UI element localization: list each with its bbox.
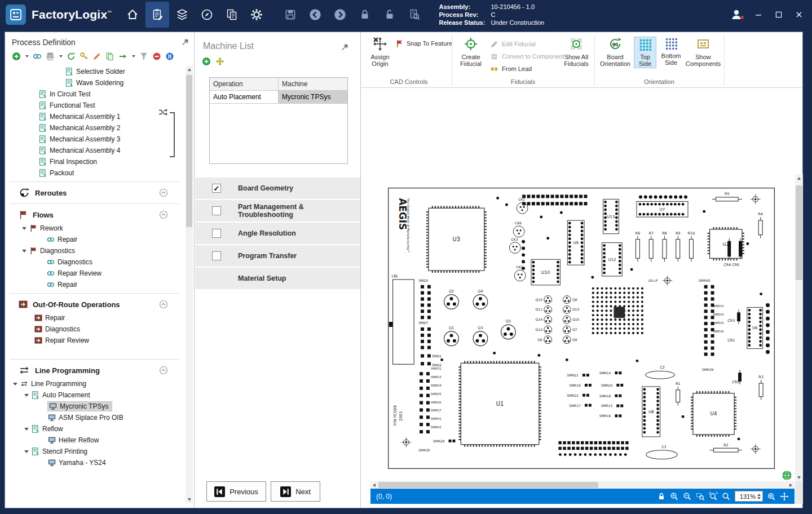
machine-options-icon[interactable] <box>215 57 224 66</box>
reports-button[interactable] <box>220 2 244 28</box>
board-orientation-button[interactable]: 90 Board Orientation <box>599 37 632 67</box>
step-row[interactable]: Board Geometry <box>195 178 360 199</box>
tree-item[interactable]: Packout <box>5 167 184 179</box>
shuffle-icon[interactable] <box>158 109 167 116</box>
suspend-icon[interactable] <box>165 52 174 61</box>
collapse-section-icon[interactable] <box>159 300 168 309</box>
scroll-left-button[interactable] <box>370 481 378 489</box>
line-programming-item[interactable]: ASM Siplace Pro OIB <box>5 412 184 423</box>
process-definition-button[interactable] <box>145 2 169 28</box>
zoom-spinner[interactable] <box>757 494 761 499</box>
line-programming-item[interactable]: Mycronic TPSys <box>5 401 184 412</box>
tree-item[interactable]: Mechanical Assembly 1 <box>5 111 184 122</box>
tree-item[interactable]: Mechanical Assembly 4 <box>5 145 184 156</box>
collapse-section-icon[interactable] <box>159 210 168 219</box>
zoom-window-icon[interactable] <box>696 492 705 501</box>
pin-icon[interactable] <box>182 38 189 46</box>
collapse-section-icon[interactable] <box>159 188 168 197</box>
user-logout-button[interactable] <box>730 7 747 23</box>
line-programming-item[interactable]: Line Programming <box>5 378 184 389</box>
section-reroutes[interactable]: Reroutes <box>5 185 184 201</box>
expander-icon[interactable] <box>24 394 29 397</box>
add-step-dropdown-icon[interactable] <box>25 55 29 57</box>
scroll-down-button[interactable] <box>795 473 803 481</box>
link-icon[interactable] <box>33 52 42 61</box>
flow-item[interactable]: Diagnostics <box>5 256 184 268</box>
line-programming-item[interactable]: Yamaha - YS24 <box>5 457 184 468</box>
tracking-button[interactable] <box>195 2 219 28</box>
scroll-up-button[interactable] <box>186 66 193 73</box>
audit-button[interactable] <box>403 2 426 28</box>
line-programming-item[interactable]: Heller Reflow <box>5 435 184 446</box>
edit-fiducial-button[interactable]: Edit Fiducial <box>488 38 567 50</box>
cad-vertical-scrollbar[interactable] <box>795 174 803 481</box>
show-all-fiducials-button[interactable]: Show All Fiducials <box>560 37 593 67</box>
add-machine-icon[interactable] <box>202 57 211 66</box>
scrollbar-thumb[interactable] <box>186 75 192 227</box>
home-button[interactable] <box>121 2 144 28</box>
expander-icon[interactable] <box>22 250 27 252</box>
checkbox[interactable] <box>212 184 221 193</box>
flow-item[interactable]: Repair <box>5 234 184 245</box>
tree-item[interactable]: Mechanical Assembly 2 <box>5 122 184 134</box>
checkbox[interactable] <box>212 206 221 215</box>
zoom-previous-icon[interactable] <box>722 492 731 501</box>
bottom-side-button[interactable]: Bottom Side <box>659 37 683 66</box>
forward-button[interactable] <box>328 2 352 28</box>
expander-icon[interactable] <box>24 450 29 453</box>
step-row[interactable]: Angle Resolution <box>195 223 360 244</box>
table-row[interactable]: Auto Placement Mycronic TPSys <box>210 91 347 104</box>
scroll-right-button[interactable] <box>787 481 795 489</box>
lock-button[interactable] <box>353 2 377 28</box>
move-dropdown-icon[interactable] <box>132 55 135 57</box>
tree-item[interactable]: Final Inspection <box>5 156 184 167</box>
collapse-section-icon[interactable] <box>159 366 168 375</box>
pin-icon[interactable] <box>341 43 349 51</box>
print-dropdown-icon[interactable] <box>59 55 63 57</box>
create-fiducial-button[interactable]: Create Fiducial <box>456 37 486 67</box>
pcb-board[interactable]: AEGISThe Digital Mind of Manufacturing™P… <box>370 174 795 481</box>
move-icon[interactable] <box>118 52 127 61</box>
cad-horizontal-scrollbar[interactable] <box>370 481 795 489</box>
cell-machine[interactable]: Mycronic TPSys <box>279 91 347 104</box>
out-of-route-item[interactable]: Diagnostics <box>5 324 184 335</box>
line-programming-item[interactable]: Reflow <box>5 423 184 435</box>
globe-icon[interactable] <box>782 471 792 482</box>
out-of-route-item[interactable]: Repair <box>5 312 184 324</box>
copy-pages-icon[interactable] <box>105 52 114 61</box>
filter-icon[interactable] <box>139 52 148 61</box>
checkbox[interactable] <box>212 229 221 238</box>
section-out-of-route[interactable]: Out-Of-Route Operations <box>5 296 184 312</box>
line-programming-item[interactable]: Auto Placement <box>5 389 184 401</box>
maximize-button[interactable] <box>770 7 787 23</box>
snap-to-feature-button[interactable]: Snap To Feature <box>395 38 452 49</box>
minimize-button[interactable] <box>750 7 767 23</box>
show-components-button[interactable]: Show Components <box>686 37 721 67</box>
flow-item[interactable]: Repair Review <box>5 268 184 279</box>
expander-icon[interactable] <box>13 383 17 386</box>
refresh-icon[interactable] <box>67 52 76 61</box>
zoom-in-icon[interactable] <box>670 492 679 501</box>
column-machine[interactable]: Machine <box>279 78 347 91</box>
step-row[interactable]: Part Management & Troubleshooting <box>195 200 360 221</box>
save-button[interactable] <box>279 2 302 28</box>
zoom-level-field[interactable]: 131% <box>735 491 763 502</box>
scroll-down-button[interactable] <box>186 496 193 503</box>
step-row[interactable]: Material Setup <box>195 268 360 289</box>
edit-icon[interactable] <box>92 52 102 61</box>
selected-machine-row[interactable]: Mycronic TPSys <box>48 402 112 411</box>
section-flows[interactable]: Flows <box>5 207 184 223</box>
unlock-button[interactable] <box>378 2 401 28</box>
section-line-programming[interactable]: Line Programming <box>5 362 184 378</box>
zoom-extents-icon[interactable] <box>709 492 718 501</box>
pan-icon[interactable] <box>780 492 789 501</box>
cell-operation[interactable]: Auto Placement <box>210 91 279 104</box>
out-of-route-item[interactable]: Repair Review <box>5 335 184 346</box>
zoom-selection-icon[interactable] <box>767 492 776 501</box>
checkbox[interactable] <box>212 251 221 260</box>
previous-button[interactable]: Previous <box>206 481 266 502</box>
top-side-button[interactable]: Top Side <box>634 37 656 68</box>
scroll-up-button[interactable] <box>795 174 803 182</box>
machine-table[interactable]: Operation Machine Auto Placement Mycroni… <box>209 77 348 164</box>
close-button[interactable] <box>791 7 807 23</box>
